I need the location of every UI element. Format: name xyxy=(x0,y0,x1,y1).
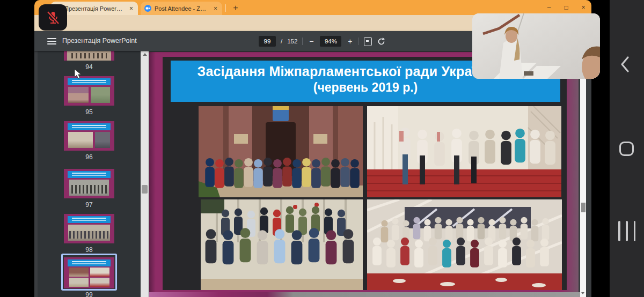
page-view: Засідання Міжпарламентської ради Україна… xyxy=(149,51,586,297)
android-nav-bar xyxy=(610,0,644,297)
maximize-button[interactable]: □ xyxy=(562,4,570,11)
pdf-viewer-body: 94 95 96 xyxy=(34,51,591,297)
mic-muted-icon xyxy=(45,10,61,26)
thumbnail-item-selected[interactable]: 99 xyxy=(38,257,141,297)
android-recents-icon[interactable] xyxy=(618,221,635,241)
tab-zoom[interactable]: Post Attendee - Zoom × xyxy=(141,2,222,15)
thumbnail-item[interactable]: 96 xyxy=(38,121,141,161)
tab-divider xyxy=(225,4,226,12)
scrollbar-thumb[interactable] xyxy=(581,203,586,212)
photo-large-indoor-group xyxy=(367,199,562,290)
android-back-icon[interactable] xyxy=(620,56,630,73)
main-scrollbar[interactable] xyxy=(580,51,586,297)
rotate-ccw-icon[interactable] xyxy=(377,37,386,46)
zoom-in-button[interactable]: + xyxy=(346,37,354,46)
page-number-input[interactable]: 99 xyxy=(259,36,276,47)
thumbnail-item[interactable]: 98 xyxy=(38,214,141,254)
slide-page-99: Засідання Міжпарламентської ради Україна… xyxy=(149,52,579,292)
slide-bottom-edge xyxy=(149,292,586,297)
pdf-title: Презентація PowerPoint xyxy=(62,37,137,44)
page-label: 98 xyxy=(38,246,141,254)
phone-screen: Презентація PowerPoint × Post Attendee -… xyxy=(0,0,644,297)
page-label: 95 xyxy=(38,108,141,116)
page-label: 94 xyxy=(38,63,141,71)
menu-icon[interactable] xyxy=(47,38,56,44)
window-controls: – □ × xyxy=(545,0,587,15)
photo-group-building xyxy=(199,106,363,197)
page-separator: / xyxy=(281,38,282,44)
page-label: 96 xyxy=(38,153,141,161)
mouse-cursor xyxy=(74,69,82,79)
scroll-up-icon[interactable] xyxy=(143,53,147,56)
photo-military-group xyxy=(201,199,363,290)
pdf-controls: 99 / 152 − 94% + xyxy=(259,35,386,47)
divider xyxy=(302,38,303,45)
tab-title: Post Attendee - Zoom xyxy=(155,5,209,12)
android-home-icon[interactable] xyxy=(619,142,634,156)
zoom-level[interactable]: 94% xyxy=(320,36,341,47)
tab-strip: Презентація PowerPoint × Post Attendee -… xyxy=(34,0,591,15)
slide-content-panel: Засідання Міжпарламентської ради Україна… xyxy=(163,57,567,290)
scroll-down-icon[interactable] xyxy=(581,292,584,294)
slide-title-line2: (червень 2019 р.) xyxy=(171,80,560,95)
tab-title: Презентація PowerPoint xyxy=(64,5,125,12)
participant-video-thumbnail[interactable] xyxy=(472,13,600,79)
tab-close-icon[interactable]: × xyxy=(128,5,134,12)
mic-muted-badge[interactable] xyxy=(39,4,67,31)
divider xyxy=(358,38,359,45)
page-total: 152 xyxy=(287,38,297,44)
thumbnail-item[interactable]: 94 xyxy=(38,51,141,71)
sidebar-scrollbar[interactable] xyxy=(141,51,149,297)
scrollbar-thumb[interactable] xyxy=(142,185,148,194)
zoom-out-button[interactable]: − xyxy=(308,37,315,46)
photo-women-vyshyvanky xyxy=(367,106,561,197)
tab-close-icon[interactable]: × xyxy=(213,5,218,12)
close-button[interactable]: × xyxy=(580,4,587,11)
page-label: 97 xyxy=(38,201,141,209)
fit-page-icon[interactable] xyxy=(364,37,372,46)
minimize-button[interactable]: – xyxy=(545,4,553,11)
thumbnail-item[interactable]: 97 xyxy=(38,169,141,209)
zoom-camera-icon xyxy=(144,5,151,12)
page-label: 99 xyxy=(38,291,141,297)
new-tab-button[interactable]: + xyxy=(230,2,241,14)
participant-video-feed xyxy=(472,13,600,79)
thumbnail-item[interactable]: 95 xyxy=(38,76,141,116)
thumbnail-sidebar: 94 95 96 xyxy=(38,51,141,297)
